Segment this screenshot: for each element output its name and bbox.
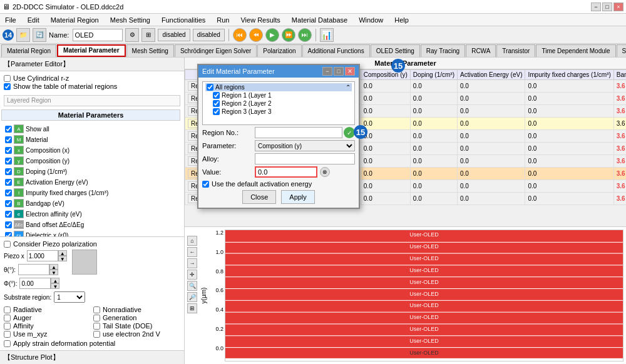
tab-transistor[interactable]: Transistor — [496, 44, 535, 57]
param-showall-cb[interactable] — [5, 126, 12, 133]
maximize-btn[interactable]: □ — [602, 3, 612, 11]
nav-zoom-out[interactable]: 🔎 — [187, 292, 197, 302]
rewind-btn[interactable]: ⏮ — [233, 28, 247, 42]
tab-additional-functions[interactable]: Additional Functions — [302, 44, 370, 57]
tab-material-region[interactable]: Material Region — [1, 44, 56, 57]
param-activation-cb[interactable] — [5, 179, 12, 186]
param-material[interactable]: M Material — [4, 134, 180, 144]
value-input[interactable] — [255, 166, 317, 178]
value-clear-btn[interactable]: ⊗ — [320, 167, 330, 177]
alloy-input[interactable]: In(x)Ga(1-x)N — [255, 153, 355, 164]
piezo-x-down[interactable]: ▼ — [58, 256, 67, 261]
region-no-input[interactable] — [255, 127, 342, 138]
tab-time-dependent[interactable]: Time Dependent Module — [536, 44, 615, 57]
tab-material-parameter[interactable]: Material Parameter — [57, 44, 126, 57]
consider-piezo-cb[interactable] — [4, 241, 11, 248]
window-controls[interactable]: − □ × — [591, 3, 623, 11]
menu-mesh-setting[interactable]: Mesh Setting — [108, 16, 153, 24]
menu-edit[interactable]: Edit — [25, 16, 42, 24]
dialog-maximize[interactable]: □ — [334, 67, 344, 76]
nonradiative-cb[interactable] — [93, 306, 100, 313]
close-dialog-btn[interactable]: Close — [242, 190, 276, 204]
region-2-item[interactable]: Region 2 (Layer 2 — [205, 99, 352, 108]
param-impurity[interactable]: I Impurity fixed charges (1/cm³) — [4, 188, 180, 198]
tab-schrodinger[interactable]: Schrödinger Eigen Solver — [175, 44, 257, 57]
param-compx[interactable]: x Composition (x) — [4, 145, 180, 155]
param-doping-cb[interactable] — [5, 168, 12, 175]
nav-move[interactable]: ✛ — [187, 270, 197, 280]
nav-zoom-in[interactable]: 🔍 — [187, 281, 197, 291]
param-bandoffset-cb[interactable] — [5, 221, 12, 228]
theta-up[interactable]: ▲ — [49, 264, 58, 270]
param-compy-cb[interactable] — [5, 158, 12, 164]
tab-oled-setting[interactable]: OLED Setting — [371, 44, 420, 57]
tab-rcwa[interactable]: RCWA — [466, 44, 496, 57]
region-1-item[interactable]: Region 1 (Layer 1 — [205, 91, 352, 99]
apply-strain-cb[interactable] — [4, 340, 11, 347]
structure-plot[interactable]: 【Structure Plot】 — [0, 350, 184, 364]
param-doping[interactable]: D Doping (1/cm³) — [4, 166, 180, 176]
region-list-expand[interactable]: ⌃ — [346, 84, 351, 91]
phi-up[interactable]: ▲ — [51, 278, 59, 283]
param-activation[interactable]: E Activation Energy (eV) — [4, 177, 180, 187]
fast-forward-btn[interactable]: ⏭ — [298, 28, 312, 42]
tab-solar-cell[interactable]: Solar Cell — [617, 44, 626, 57]
step-forward-btn[interactable]: ⏩ — [282, 28, 295, 42]
nav-settings[interactable]: ⊞ — [187, 303, 197, 313]
cylindrical-checkbox[interactable] — [4, 75, 11, 82]
dialog-close-btn[interactable]: × — [345, 67, 355, 76]
theta-input[interactable] — [18, 264, 49, 275]
region-go-btn[interactable]: ✓ — [344, 127, 355, 138]
menu-file[interactable]: File — [3, 16, 19, 24]
tailstate-cb[interactable] — [93, 323, 100, 330]
dialog-minimize[interactable]: − — [322, 67, 332, 76]
menu-help[interactable]: Help — [392, 16, 411, 24]
region-1-cb[interactable] — [213, 92, 220, 99]
piezo-x-up[interactable]: ▲ — [58, 250, 67, 256]
toolbar-refresh-btn[interactable]: 🔄 — [33, 28, 46, 42]
phi-input[interactable] — [19, 278, 51, 289]
disabled-btn-2[interactable]: disabled — [193, 29, 225, 41]
toolbar-folder-btn[interactable]: 📁 — [16, 28, 30, 42]
param-dielectric-x[interactable]: εx Dielectric x (ε0) — [4, 230, 180, 236]
theta-down[interactable]: ▼ — [49, 270, 58, 275]
menu-functionalities[interactable]: Functionalities — [159, 16, 208, 24]
phi-down[interactable]: ▼ — [51, 283, 59, 289]
disabled-btn-1[interactable]: disabled — [158, 29, 190, 41]
param-impurity-cb[interactable] — [5, 190, 12, 196]
substrate-select[interactable]: 1 — [54, 291, 85, 303]
param-show-all[interactable]: A Show all — [4, 124, 180, 134]
tab-ray-tracing[interactable]: Ray Tracing — [421, 44, 465, 57]
step-back-btn[interactable]: ⏪ — [249, 28, 263, 42]
use-mxyz-cb[interactable] — [4, 331, 11, 338]
parameter-select[interactable]: Composition (y) — [255, 140, 355, 151]
param-compy[interactable]: y Composition (y) — [4, 156, 180, 166]
menu-view-results[interactable]: View Results — [238, 16, 282, 24]
close-btn[interactable]: × — [613, 3, 623, 11]
toolbar-settings-btn[interactable]: ⚙ — [125, 28, 139, 42]
toolbar-grid-btn[interactable]: ⊞ — [141, 28, 155, 42]
nav-right[interactable]: → — [187, 258, 197, 268]
default-activation-cb[interactable] — [202, 181, 209, 188]
name-input[interactable] — [73, 29, 123, 41]
menu-material-database[interactable]: Material Database — [289, 16, 350, 24]
auger-cb[interactable] — [4, 315, 11, 321]
menu-run[interactable]: Run — [214, 16, 232, 24]
param-bandoffset[interactable]: ΔEc Band offset ΔEc/ΔEg — [4, 220, 180, 230]
tab-polarization[interactable]: Polarization — [257, 44, 301, 57]
generation-cb[interactable] — [93, 315, 100, 321]
region-list[interactable]: All regions ⌃ Region 1 (Layer 1 Region 2… — [202, 81, 355, 125]
chart-btn[interactable]: 📊 — [320, 28, 334, 42]
param-electron-affinity[interactable]: e Electron affinity (eV) — [4, 209, 180, 219]
electron2v-cb[interactable] — [93, 331, 100, 338]
menu-window[interactable]: Window — [356, 16, 386, 24]
minimize-btn[interactable]: − — [591, 3, 601, 11]
apply-dialog-btn[interactable]: Apply — [281, 190, 315, 204]
radiative-cb[interactable] — [4, 306, 11, 313]
tab-mesh-setting[interactable]: Mesh Setting — [126, 44, 174, 57]
nav-home[interactable]: ⌂ — [187, 236, 197, 246]
region-all[interactable]: All regions ⌃ — [205, 83, 352, 91]
menu-material-region[interactable]: Material Region — [48, 16, 101, 24]
show-table-checkbox[interactable] — [4, 83, 11, 90]
nav-left[interactable]: ← — [187, 247, 197, 257]
